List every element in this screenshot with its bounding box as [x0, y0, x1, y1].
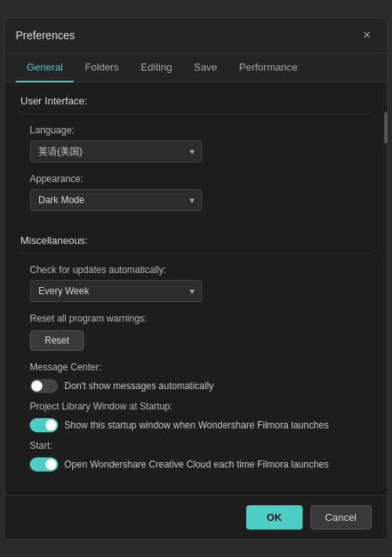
- language-field: Language: 英语(美国) ▼: [20, 125, 372, 162]
- project-toggle-label: Show this startup window when Wondershar…: [64, 420, 328, 431]
- updates-select-wrapper: Every Week ▼: [30, 280, 202, 302]
- updates-field: Check for updates automatically: Every W…: [20, 264, 372, 302]
- updates-label: Check for updates automatically:: [30, 264, 372, 275]
- content-area: User Interface: Language: 英语(美国) ▼ Appea…: [5, 82, 387, 495]
- tab-general[interactable]: General: [16, 53, 74, 82]
- scrollbar[interactable]: [384, 112, 387, 144]
- message-toggle-thumb: [31, 380, 42, 391]
- ok-button[interactable]: OK: [246, 505, 303, 530]
- tabs-container: General Folders Editing Save Performance: [5, 53, 387, 82]
- message-toggle-row: Don't show messages automatically: [20, 379, 372, 393]
- updates-select[interactable]: Every Week: [30, 280, 202, 302]
- reset-button[interactable]: Reset: [30, 330, 84, 351]
- user-interface-header: User Interface:: [20, 82, 372, 114]
- start-toggle-track[interactable]: [30, 457, 58, 471]
- tab-folders[interactable]: Folders: [74, 53, 129, 82]
- appearance-field: Appearance: Dark Mode ▼: [20, 173, 372, 211]
- language-label: Language:: [30, 125, 372, 136]
- start-toggle-thumb: [45, 459, 56, 470]
- appearance-label: Appearance:: [30, 173, 372, 184]
- appearance-select[interactable]: Dark Mode: [30, 189, 202, 211]
- preferences-dialog: Preferences × General Folders Editing Sa…: [4, 17, 388, 540]
- start-toggle-row: Open Wondershare Creative Cloud each tim…: [20, 457, 372, 471]
- reset-label: Reset all program warnings:: [30, 313, 372, 324]
- language-select[interactable]: 英语(美国): [30, 140, 202, 162]
- language-select-wrapper: 英语(美国) ▼: [30, 140, 202, 162]
- title-bar: Preferences ×: [5, 18, 387, 53]
- tab-editing[interactable]: Editing: [130, 53, 183, 82]
- appearance-select-wrapper: Dark Mode ▼: [30, 189, 202, 211]
- message-toggle[interactable]: [30, 379, 58, 393]
- miscellaneous-header: Miscellaneous:: [20, 222, 372, 253]
- message-center-label: Message Center:: [30, 362, 372, 373]
- project-toggle[interactable]: [30, 418, 58, 432]
- close-button[interactable]: ×: [358, 26, 376, 45]
- tab-performance[interactable]: Performance: [228, 53, 308, 82]
- cancel-button[interactable]: Cancel: [310, 505, 372, 530]
- project-library-label: Project Library Window at Startup:: [30, 401, 372, 412]
- reset-field: Reset all program warnings: Reset: [20, 313, 372, 351]
- message-toggle-track[interactable]: [30, 379, 58, 393]
- start-label: Start:: [30, 440, 372, 451]
- project-toggle-track[interactable]: [30, 418, 58, 432]
- start-toggle-label: Open Wondershare Creative Cloud each tim…: [64, 459, 328, 470]
- project-toggle-thumb: [45, 420, 56, 431]
- tab-save[interactable]: Save: [183, 53, 228, 82]
- message-toggle-label: Don't show messages automatically: [64, 380, 213, 391]
- dialog-title: Preferences: [16, 29, 74, 42]
- project-toggle-row: Show this startup window when Wondershar…: [20, 418, 372, 432]
- dialog-footer: OK Cancel: [5, 495, 387, 539]
- start-toggle[interactable]: [30, 457, 58, 471]
